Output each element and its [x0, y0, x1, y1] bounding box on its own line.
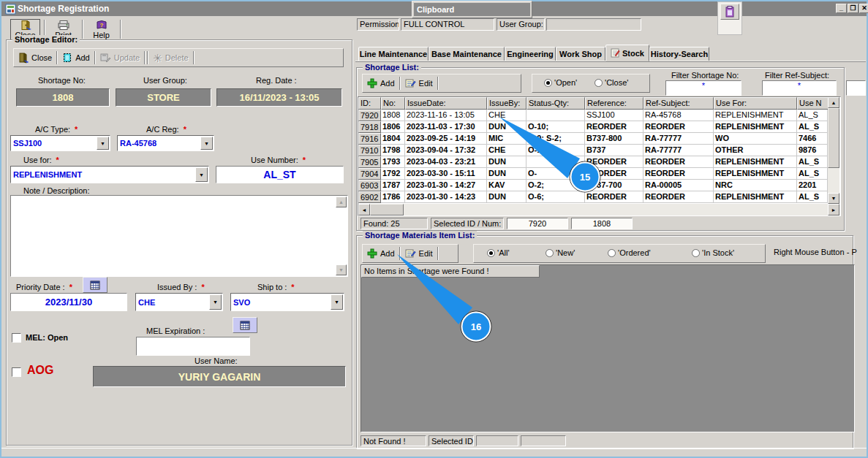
right-mouse-hint: Right Mouse Button - P: [774, 248, 857, 256]
scroll-down-icon[interactable]: ▼: [336, 264, 347, 275]
clipboard-panel: [717, 1, 742, 35]
materials-edit-button[interactable]: Edit: [401, 246, 437, 261]
clipboard-float-window[interactable]: Clipboard: [412, 1, 532, 18]
found-count: Found: 25: [361, 218, 428, 229]
radio-all[interactable]: 'All': [487, 248, 510, 257]
priority-date-calendar-button[interactable]: [83, 277, 107, 293]
ship-to-combo[interactable]: SVO ▼: [230, 293, 344, 311]
use-for-value: REPLENISHMENT: [13, 168, 194, 181]
app-icon: [5, 4, 16, 15]
tab-stock[interactable]: Stock: [605, 45, 649, 61]
table-row[interactable]: 791618042023-09-25 - 14:19MICO-9; S-2;B7…: [358, 133, 828, 145]
filter-shortage-no-input[interactable]: *: [665, 80, 741, 96]
table-row[interactable]: 791818062023-11-03 - 17:30DUNO-10;REORDE…: [358, 121, 828, 133]
stock-tab-icon: [611, 48, 620, 58]
radio-new[interactable]: 'New': [546, 248, 575, 257]
help-button[interactable]: ? Help: [86, 19, 116, 40]
aog-checkbox[interactable]: [12, 367, 21, 377]
mel-open-checkbox[interactable]: [12, 333, 21, 343]
radio-open[interactable]: 'Open': [544, 78, 577, 87]
use-number-value: AL_ST: [263, 169, 295, 180]
chevron-down-icon[interactable]: ▼: [200, 137, 213, 150]
use-number-field[interactable]: AL_ST: [216, 166, 344, 183]
filter-extra-input[interactable]: [846, 80, 866, 96]
shortage-table-header[interactable]: ID: No: IssueDate: IssueBy: Status-Qty: …: [358, 97, 828, 110]
ac-type-value: SSJ100: [13, 137, 95, 149]
table-hscrollbar[interactable]: ◄ ►: [358, 204, 839, 215]
materials-add-label: Add: [380, 249, 395, 258]
door-exit-icon: [18, 53, 29, 64]
permission-value: FULL CONTROL: [401, 18, 494, 31]
scroll-right-icon[interactable]: ►: [828, 204, 839, 215]
shortage-edit-label: Edit: [419, 79, 433, 88]
open-close-radio-group: 'Open' 'Close': [532, 74, 650, 93]
radio-icon: [608, 249, 616, 257]
user-name-label: User Name:: [195, 356, 238, 365]
radio-selected-icon: [544, 79, 552, 87]
note-textarea[interactable]: ▲ ▼: [10, 195, 348, 277]
minimize-button[interactable]: _: [836, 4, 847, 13]
selected-id-value: 7920: [507, 218, 568, 229]
table-row[interactable]: 690217862023-01-30 - 14:23DUNO-6;REORDER…: [358, 191, 828, 203]
chevron-down-icon[interactable]: ▼: [331, 294, 343, 310]
ac-reg-combo[interactable]: RA-45768 ▼: [117, 135, 214, 151]
clipboard-button[interactable]: [720, 4, 739, 20]
user-group-value: [546, 18, 641, 31]
tab-history-search[interactable]: History-Search: [649, 47, 709, 61]
chevron-down-icon[interactable]: ▼: [209, 294, 222, 310]
radio-ordered[interactable]: 'Ordered': [608, 248, 651, 257]
issued-by-combo[interactable]: CHE ▼: [135, 293, 223, 311]
tab-line-maintenance[interactable]: Line Maintenance: [358, 47, 429, 61]
materials-add-button[interactable]: Add: [363, 246, 399, 261]
edit-pencil-icon: [405, 248, 416, 259]
editor-close-button[interactable]: Close: [14, 50, 56, 65]
table-row[interactable]: 791017982023-09-04 - 17:32CHEO-1;B737RA-…: [358, 145, 828, 156]
shortage-add-label: Add: [380, 79, 395, 88]
clipboard-caption: Clipboard: [417, 5, 454, 14]
required-marker: *: [303, 156, 306, 164]
scroll-left-icon[interactable]: ◄: [358, 204, 370, 215]
filter-ref-subject-input[interactable]: *: [762, 80, 837, 96]
shortage-list-toolbar: Add Edit: [362, 74, 521, 93]
use-number-label: Use Number:*: [251, 156, 306, 164]
editor-update-button[interactable]: Update: [96, 50, 144, 65]
aog-label: AOG: [27, 364, 53, 377]
ac-type-combo[interactable]: SSJ100 ▼: [10, 135, 110, 151]
editor-add-button[interactable]: Add: [58, 50, 94, 65]
chevron-down-icon[interactable]: ▼: [195, 167, 208, 182]
radio-close[interactable]: 'Close': [595, 78, 628, 87]
tab-engineering[interactable]: Engineering: [505, 47, 556, 61]
table-row[interactable]: 690317872023-01-30 - 14:27KAVO-2;B737-70…: [358, 180, 828, 191]
radio-icon: [546, 249, 554, 257]
table-vscrollbar[interactable]: ▲ ▼: [828, 97, 839, 204]
priority-date-field[interactable]: 2023/11/30: [10, 293, 127, 311]
required-marker: *: [291, 283, 294, 291]
materials-list-title: Shortage Materials Item List:: [363, 231, 477, 240]
use-for-combo[interactable]: REPLENISHMENT ▼: [10, 166, 209, 183]
chevron-down-icon[interactable]: ▼: [97, 137, 109, 150]
hscroll-thumb[interactable]: [370, 204, 404, 215]
tab-work-shop[interactable]: Work Shop: [556, 47, 605, 61]
tab-base-maintenance[interactable]: Base Maintenance: [429, 47, 505, 61]
restore-button[interactable]: ❐: [848, 4, 858, 13]
scroll-up-icon[interactable]: ▲: [828, 97, 839, 108]
mel-expiration-field[interactable]: [136, 337, 250, 356]
scroll-up-icon[interactable]: ▲: [336, 196, 347, 207]
mel-expiration-calendar-button[interactable]: [233, 317, 257, 333]
ac-reg-value: RA-45768: [120, 137, 199, 149]
scroll-down-icon[interactable]: ▼: [828, 193, 839, 204]
materials-not-found: Not Found !: [361, 435, 426, 446]
shortage-add-button[interactable]: Add: [363, 76, 399, 91]
close-window-button[interactable]: ✕: [859, 4, 868, 13]
shortage-edit-button[interactable]: Edit: [401, 76, 437, 91]
required-marker: *: [75, 125, 78, 134]
permission-label: Permission:: [357, 18, 399, 31]
vscroll-thumb[interactable]: [828, 108, 839, 168]
table-row[interactable]: 790417922023-03-30 - 15:11DUNO-REORDERRE…: [358, 168, 828, 180]
table-row[interactable]: 790517932023-04-03 - 23:21DUNREORDERREOR…: [358, 156, 828, 168]
radio-in-stock[interactable]: 'In Stock': [692, 248, 734, 257]
table-row[interactable]: 792018082023-11-16 - 13:05CHESSJ100RA-45…: [358, 110, 828, 121]
editor-delete-button[interactable]: ✳ Delete: [148, 50, 192, 65]
materials-empty-area[interactable]: [361, 264, 855, 432]
mel-expiration-label: MEL Expiration :: [146, 327, 205, 335]
